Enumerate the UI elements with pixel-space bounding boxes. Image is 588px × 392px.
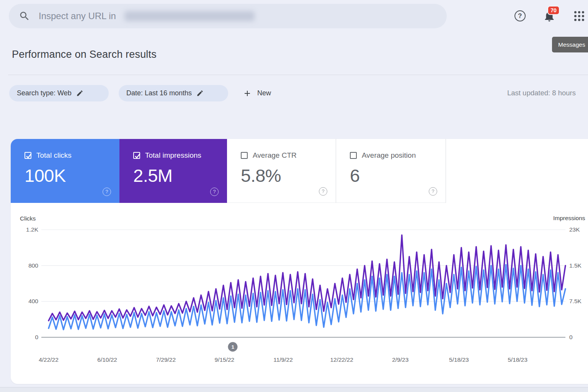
x-axis-date-label: 12/22/22: [330, 356, 353, 363]
x-axis-date-label: 5/18/23: [508, 356, 528, 363]
x-axis-date-label: 6/10/22: [97, 356, 117, 363]
bottom-edge-band: [0, 387, 588, 392]
x-axis-date-label: 9/15/22: [215, 356, 235, 363]
left-axis-tick: 1.2K: [11, 226, 38, 233]
x-axis-date-label: 2/9/23: [392, 356, 408, 363]
performance-line-chart: [0, 0, 588, 392]
x-axis-date-label: 7/29/22: [156, 356, 176, 363]
right-axis-tick: 23K: [569, 226, 580, 233]
chart-annotation-marker[interactable]: 1: [228, 342, 238, 352]
left-axis-tick: 0: [11, 334, 38, 341]
x-axis-date-label: 11/9/22: [273, 356, 293, 363]
x-axis-date-label: 5/18/23: [449, 356, 469, 363]
left-axis-tick: 800: [11, 262, 38, 269]
left-axis-tick: 400: [11, 298, 38, 305]
right-axis-tick: 0: [569, 334, 573, 341]
right-axis-tick: 1.5K: [569, 262, 581, 269]
right-axis-tick: 7.5K: [569, 298, 581, 305]
x-axis-date-label: 4/22/22: [39, 356, 59, 363]
